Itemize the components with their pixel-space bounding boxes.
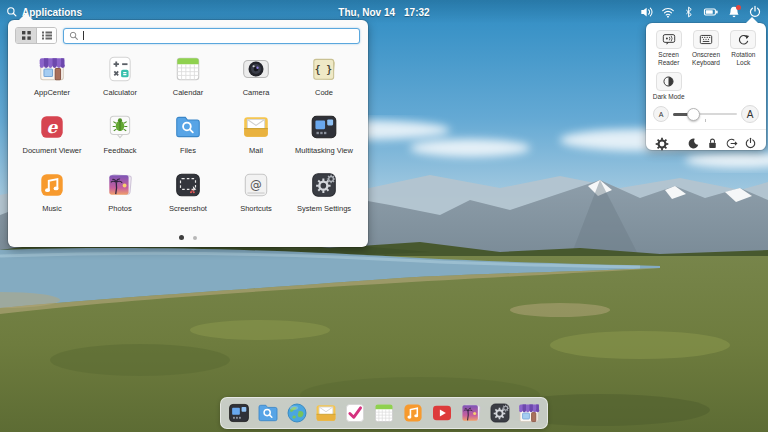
app-shortcuts[interactable]: Shortcuts <box>222 170 290 228</box>
app-label: Document Viewer <box>22 146 81 155</box>
panel-time: 17:32 <box>404 7 430 18</box>
app-document-viewer[interactable]: Document Viewer <box>18 112 86 170</box>
view-toggle-group <box>15 27 57 44</box>
dark-mode-toggle[interactable]: Dark Mode <box>650 72 687 101</box>
dark-mode-icon <box>662 75 675 88</box>
app-screenshot[interactable]: Screenshot <box>154 170 222 228</box>
quick-settings-pointer <box>745 17 759 24</box>
dock-item-mail[interactable] <box>314 401 338 425</box>
dock-item-calendar[interactable] <box>372 401 396 425</box>
app-label: Photos <box>108 204 131 213</box>
desktop: { } e <box>0 0 768 432</box>
lock-button[interactable] <box>703 134 722 153</box>
bluetooth-icon[interactable] <box>681 5 696 20</box>
system-settings-icon <box>309 170 339 200</box>
app-files[interactable]: Files <box>154 112 222 170</box>
panel-date: Thu, Nov 14 <box>338 7 395 18</box>
dock-item-photos[interactable] <box>459 401 483 425</box>
text-smaller-button[interactable]: A <box>653 106 669 122</box>
calendar-icon <box>173 54 203 84</box>
app-label: Code <box>315 88 333 97</box>
app-label: Feedback <box>104 146 137 155</box>
search-icon <box>69 31 79 41</box>
dock-item-system-settings[interactable] <box>488 401 512 425</box>
app-system-settings[interactable]: System Settings <box>290 170 358 228</box>
settings-button[interactable] <box>652 134 671 153</box>
document-viewer-icon <box>37 112 67 142</box>
files-icon <box>173 112 203 142</box>
code-icon <box>309 54 339 84</box>
datetime-indicator[interactable]: Thu, Nov 14 17:32 <box>338 7 429 18</box>
gear-icon <box>655 137 669 151</box>
app-search-input[interactable] <box>63 28 360 44</box>
app-feedback[interactable]: Feedback <box>86 112 154 170</box>
toggle-label: Rotation Lock <box>725 51 762 67</box>
toggle-label: Screen Reader <box>650 51 687 67</box>
onscreen-keyboard-toggle[interactable]: Onscreen Keyboard <box>687 30 724 67</box>
app-label: AppCenter <box>34 88 70 97</box>
grid-view-button[interactable] <box>16 28 36 43</box>
page-indicator <box>8 235 368 240</box>
dock <box>220 397 548 429</box>
session-actions <box>646 130 766 157</box>
text-size-slider[interactable] <box>673 107 737 121</box>
quick-settings-panel: Screen Reader Onscreen Keyboard <box>646 23 766 150</box>
app-appcenter[interactable]: AppCenter <box>18 54 86 112</box>
text-larger-button[interactable]: A <box>741 105 759 123</box>
lock-icon <box>706 137 719 150</box>
dock-item-web[interactable] <box>285 401 309 425</box>
app-label: Shortcuts <box>240 204 272 213</box>
app-label: Calendar <box>173 88 203 97</box>
app-label: Files <box>180 146 196 155</box>
slider-handle[interactable] <box>687 108 700 121</box>
rotation-lock-icon <box>737 33 750 46</box>
keyboard-icon <box>699 33 713 46</box>
mail-icon <box>241 112 271 142</box>
feedback-icon <box>105 112 135 142</box>
page-dot-2[interactable] <box>193 236 197 240</box>
battery-icon[interactable] <box>702 5 720 20</box>
app-label: Music <box>42 204 62 213</box>
camera-icon <box>241 54 271 84</box>
photos-icon <box>105 170 135 200</box>
app-mail[interactable]: Mail <box>222 112 290 170</box>
dock-item-multitasking-view[interactable] <box>227 401 251 425</box>
app-music[interactable]: Music <box>18 170 86 228</box>
dock-item-tasks[interactable] <box>343 401 367 425</box>
category-view-button[interactable] <box>36 28 56 43</box>
shutdown-button[interactable] <box>741 134 760 153</box>
dock-item-appcenter[interactable] <box>517 401 541 425</box>
moon-icon <box>687 137 700 150</box>
text-cursor <box>83 31 84 40</box>
app-code[interactable]: Code <box>290 54 358 112</box>
app-calendar[interactable]: Calendar <box>154 54 222 112</box>
grid-view-icon <box>22 31 31 40</box>
screen-reader-icon <box>662 33 676 46</box>
dock-item-videos[interactable] <box>430 401 454 425</box>
category-view-icon <box>42 31 52 40</box>
multitasking-view-icon <box>309 112 339 142</box>
dock-item-music[interactable] <box>401 401 425 425</box>
app-label: Mail <box>249 146 263 155</box>
dock-item-files[interactable] <box>256 401 280 425</box>
text-size-row: A A <box>646 100 766 125</box>
app-calculator[interactable]: Calculator <box>86 54 154 112</box>
rotation-lock-toggle[interactable]: Rotation Lock <box>725 30 762 67</box>
suspend-button[interactable] <box>684 134 703 153</box>
app-camera[interactable]: Camera <box>222 54 290 112</box>
notifications-icon[interactable] <box>726 5 741 20</box>
app-multitasking-view[interactable]: Multitasking View <box>290 112 358 170</box>
app-photos[interactable]: Photos <box>86 170 154 228</box>
screenshot-icon <box>173 170 203 200</box>
volume-icon[interactable] <box>639 5 654 20</box>
page-dot-1[interactable] <box>179 235 184 240</box>
logout-icon <box>725 137 738 150</box>
search-icon <box>6 6 18 18</box>
wifi-icon[interactable] <box>660 5 675 20</box>
app-label: Multitasking View <box>295 146 353 155</box>
logout-button[interactable] <box>722 134 741 153</box>
screen-reader-toggle[interactable]: Screen Reader <box>650 30 687 67</box>
app-label: System Settings <box>297 204 351 213</box>
toggle-label: Onscreen Keyboard <box>687 51 724 67</box>
music-icon <box>37 170 67 200</box>
